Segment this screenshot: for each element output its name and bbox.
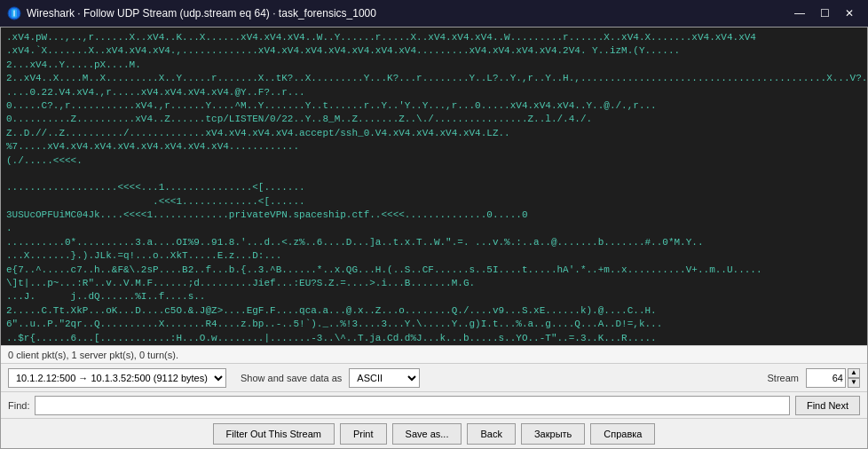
button-row: Filter Out This Stream Print Save as... … [1, 418, 867, 448]
stream-spinners: ▲ ▼ [848, 368, 860, 388]
stream-decrement-button[interactable]: ▼ [848, 378, 860, 388]
find-row: Find: Find Next [1, 391, 867, 418]
title-bar-left: Wireshark · Follow UDP Stream (udp.strea… [7, 6, 376, 20]
status-bar: 0 client pkt(s), 1 server pkt(s), 0 turn… [1, 345, 867, 363]
wireshark-icon [7, 6, 21, 20]
stream-increment-button[interactable]: ▲ [848, 368, 860, 378]
maximize-button[interactable]: ☐ [813, 4, 836, 23]
save-as-label: Show and save data as [241, 373, 342, 383]
controls-row: 10.1.2.12:500 → 10.1.3.52:500 (9112 byte… [1, 363, 867, 391]
stream-number-input[interactable] [806, 368, 846, 388]
title-bar: Wireshark · Follow UDP Stream (udp.strea… [0, 0, 868, 27]
main-window: .xV4.pW...,..,r......X..xV4..K...X......… [0, 27, 868, 449]
close-stream-button[interactable]: Закрыть [521, 423, 585, 445]
connection-select[interactable]: 10.1.2.12:500 → 10.1.3.52:500 (9112 byte… [8, 368, 226, 388]
stream-spinner: ▲ ▼ [806, 368, 860, 388]
status-text: 0 client pkt(s), 1 server pkt(s), 0 turn… [8, 350, 178, 360]
find-input[interactable] [35, 396, 789, 415]
find-label: Find: [8, 400, 29, 411]
find-next-button[interactable]: Find Next [795, 396, 860, 415]
window-title: Wireshark · Follow UDP Stream (udp.strea… [27, 7, 376, 20]
print-button[interactable]: Print [340, 423, 387, 445]
help-button[interactable]: Справка [590, 423, 655, 445]
save-as-button[interactable]: Save as... [392, 423, 462, 445]
minimize-button[interactable]: — [788, 4, 811, 23]
encoding-select[interactable]: ASCIIUTF-8UTF-16HexC ArraysRaw [349, 368, 420, 388]
back-button[interactable]: Back [467, 423, 515, 445]
title-bar-controls: — ☐ ✕ [788, 4, 861, 23]
filter-out-stream-button[interactable]: Filter Out This Stream [213, 423, 335, 445]
stream-content-area[interactable]: .xV4.pW...,..,r......X..xV4..K...X......… [1, 28, 867, 345]
stream-label: Stream [768, 373, 799, 383]
close-button[interactable]: ✕ [838, 4, 861, 23]
